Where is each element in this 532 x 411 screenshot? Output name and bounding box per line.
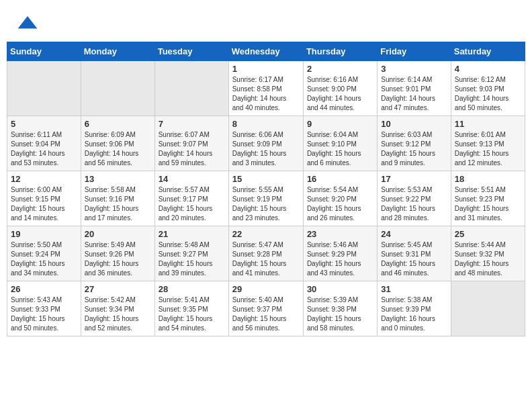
day-info: Sunrise: 5:42 AM Sunset: 9:34 PM Dayligh…: [85, 295, 151, 333]
day-info: Sunrise: 6:04 AM Sunset: 9:10 PM Dayligh…: [307, 130, 373, 168]
day-number: 15: [232, 174, 300, 184]
day-info: Sunrise: 6:09 AM Sunset: 9:06 PM Dayligh…: [85, 130, 151, 168]
calendar-cell: 27Sunrise: 5:42 AM Sunset: 9:34 PM Dayli…: [81, 281, 154, 336]
week-row-1: 1Sunrise: 6:17 AM Sunset: 8:58 PM Daylig…: [7, 61, 525, 116]
calendar-cell: [154, 61, 228, 116]
day-info: Sunrise: 5:45 AM Sunset: 9:31 PM Dayligh…: [381, 240, 447, 278]
weekday-header-friday: Friday: [378, 42, 451, 61]
calendar-cell: 3Sunrise: 6:14 AM Sunset: 9:01 PM Daylig…: [378, 61, 451, 116]
calendar-cell: 8Sunrise: 6:06 AM Sunset: 9:09 PM Daylig…: [228, 116, 303, 171]
day-info: Sunrise: 5:47 AM Sunset: 9:28 PM Dayligh…: [232, 240, 300, 278]
day-info: Sunrise: 6:17 AM Sunset: 8:58 PM Dayligh…: [232, 75, 300, 113]
day-number: 19: [11, 229, 77, 239]
day-number: 28: [159, 284, 225, 294]
day-info: Sunrise: 5:58 AM Sunset: 9:16 PM Dayligh…: [85, 185, 151, 223]
page-header: [7, 7, 525, 38]
day-info: Sunrise: 5:44 AM Sunset: 9:32 PM Dayligh…: [455, 240, 521, 278]
day-info: Sunrise: 5:54 AM Sunset: 9:20 PM Dayligh…: [307, 185, 373, 223]
day-number: 1: [232, 64, 300, 74]
day-number: 5: [11, 119, 77, 129]
day-info: Sunrise: 5:51 AM Sunset: 9:23 PM Dayligh…: [455, 185, 521, 223]
calendar-cell: 4Sunrise: 6:12 AM Sunset: 9:03 PM Daylig…: [451, 61, 525, 116]
day-info: Sunrise: 5:53 AM Sunset: 9:22 PM Dayligh…: [381, 185, 447, 223]
day-info: Sunrise: 6:12 AM Sunset: 9:03 PM Dayligh…: [455, 75, 521, 113]
calendar-cell: 23Sunrise: 5:46 AM Sunset: 9:29 PM Dayli…: [303, 226, 377, 281]
calendar-cell: 15Sunrise: 5:55 AM Sunset: 9:19 PM Dayli…: [228, 171, 303, 226]
day-info: Sunrise: 5:48 AM Sunset: 9:27 PM Dayligh…: [159, 240, 225, 278]
calendar-cell: 9Sunrise: 6:04 AM Sunset: 9:10 PM Daylig…: [303, 116, 377, 171]
day-number: 9: [307, 119, 373, 129]
calendar-cell: 2Sunrise: 6:16 AM Sunset: 9:00 PM Daylig…: [303, 61, 377, 116]
calendar-cell: 16Sunrise: 5:54 AM Sunset: 9:20 PM Dayli…: [303, 171, 377, 226]
day-info: Sunrise: 5:38 AM Sunset: 9:39 PM Dayligh…: [381, 295, 447, 333]
calendar-cell: 25Sunrise: 5:44 AM Sunset: 9:32 PM Dayli…: [451, 226, 525, 281]
calendar-cell: 12Sunrise: 6:00 AM Sunset: 9:15 PM Dayli…: [7, 171, 81, 226]
weekday-header-thursday: Thursday: [303, 42, 377, 61]
svg-marker-0: [18, 16, 38, 28]
day-info: Sunrise: 5:55 AM Sunset: 9:19 PM Dayligh…: [232, 185, 300, 223]
week-row-2: 5Sunrise: 6:11 AM Sunset: 9:04 PM Daylig…: [7, 116, 525, 171]
calendar-cell: 1Sunrise: 6:17 AM Sunset: 8:58 PM Daylig…: [228, 61, 303, 116]
day-info: Sunrise: 5:41 AM Sunset: 9:35 PM Dayligh…: [159, 295, 225, 333]
day-number: 18: [455, 174, 521, 184]
calendar-cell: [81, 61, 154, 116]
day-number: 14: [159, 174, 225, 184]
logo-icon: [17, 13, 38, 35]
day-info: Sunrise: 6:00 AM Sunset: 9:15 PM Dayligh…: [11, 185, 77, 223]
day-number: 29: [232, 284, 300, 294]
week-row-4: 19Sunrise: 5:50 AM Sunset: 9:24 PM Dayli…: [7, 226, 525, 281]
calendar-cell: 13Sunrise: 5:58 AM Sunset: 9:16 PM Dayli…: [81, 171, 154, 226]
calendar-cell: [451, 281, 525, 336]
calendar-cell: 14Sunrise: 5:57 AM Sunset: 9:17 PM Dayli…: [154, 171, 228, 226]
calendar-cell: 19Sunrise: 5:50 AM Sunset: 9:24 PM Dayli…: [7, 226, 81, 281]
day-number: 7: [159, 119, 225, 129]
day-number: 25: [455, 229, 521, 239]
calendar-cell: 30Sunrise: 5:39 AM Sunset: 9:38 PM Dayli…: [303, 281, 377, 336]
day-number: 11: [455, 119, 521, 129]
weekday-header-monday: Monday: [81, 42, 154, 61]
day-info: Sunrise: 5:40 AM Sunset: 9:37 PM Dayligh…: [232, 295, 300, 333]
calendar-cell: 7Sunrise: 6:07 AM Sunset: 9:07 PM Daylig…: [154, 116, 228, 171]
calendar-cell: 20Sunrise: 5:49 AM Sunset: 9:26 PM Dayli…: [81, 226, 154, 281]
calendar-cell: 17Sunrise: 5:53 AM Sunset: 9:22 PM Dayli…: [378, 171, 451, 226]
day-info: Sunrise: 5:43 AM Sunset: 9:33 PM Dayligh…: [11, 295, 77, 333]
weekday-header-sunday: Sunday: [7, 42, 81, 61]
day-number: 2: [307, 64, 373, 74]
calendar-cell: [7, 61, 81, 116]
weekday-header-wednesday: Wednesday: [228, 42, 303, 61]
calendar-cell: 29Sunrise: 5:40 AM Sunset: 9:37 PM Dayli…: [228, 281, 303, 336]
weekday-header-tuesday: Tuesday: [154, 42, 228, 61]
day-number: 4: [455, 64, 521, 74]
day-number: 26: [11, 284, 77, 294]
calendar-cell: 18Sunrise: 5:51 AM Sunset: 9:23 PM Dayli…: [451, 171, 525, 226]
day-number: 30: [307, 284, 373, 294]
day-info: Sunrise: 5:49 AM Sunset: 9:26 PM Dayligh…: [85, 240, 151, 278]
day-info: Sunrise: 6:06 AM Sunset: 9:09 PM Dayligh…: [232, 130, 300, 168]
day-number: 13: [85, 174, 151, 184]
calendar-cell: 6Sunrise: 6:09 AM Sunset: 9:06 PM Daylig…: [81, 116, 154, 171]
calendar-table: SundayMondayTuesdayWednesdayThursdayFrid…: [7, 42, 525, 336]
day-number: 6: [85, 119, 151, 129]
day-number: 22: [232, 229, 300, 239]
calendar-cell: 10Sunrise: 6:03 AM Sunset: 9:12 PM Dayli…: [378, 116, 451, 171]
day-number: 16: [307, 174, 373, 184]
day-number: 3: [381, 64, 447, 74]
calendar-cell: 28Sunrise: 5:41 AM Sunset: 9:35 PM Dayli…: [154, 281, 228, 336]
day-number: 23: [307, 229, 373, 239]
day-info: Sunrise: 6:11 AM Sunset: 9:04 PM Dayligh…: [11, 130, 77, 168]
day-number: 27: [85, 284, 151, 294]
calendar-cell: 26Sunrise: 5:43 AM Sunset: 9:33 PM Dayli…: [7, 281, 81, 336]
week-row-3: 12Sunrise: 6:00 AM Sunset: 9:15 PM Dayli…: [7, 171, 525, 226]
day-info: Sunrise: 5:57 AM Sunset: 9:17 PM Dayligh…: [159, 185, 225, 223]
calendar-cell: 24Sunrise: 5:45 AM Sunset: 9:31 PM Dayli…: [378, 226, 451, 281]
day-number: 10: [381, 119, 447, 129]
day-number: 17: [381, 174, 447, 184]
day-number: 12: [11, 174, 77, 184]
day-number: 21: [159, 229, 225, 239]
day-number: 8: [232, 119, 300, 129]
calendar-cell: 5Sunrise: 6:11 AM Sunset: 9:04 PM Daylig…: [7, 116, 81, 171]
day-info: Sunrise: 6:16 AM Sunset: 9:00 PM Dayligh…: [307, 75, 373, 113]
calendar-cell: 31Sunrise: 5:38 AM Sunset: 9:39 PM Dayli…: [378, 281, 451, 336]
day-info: Sunrise: 6:03 AM Sunset: 9:12 PM Dayligh…: [381, 130, 447, 168]
calendar-cell: 21Sunrise: 5:48 AM Sunset: 9:27 PM Dayli…: [154, 226, 228, 281]
